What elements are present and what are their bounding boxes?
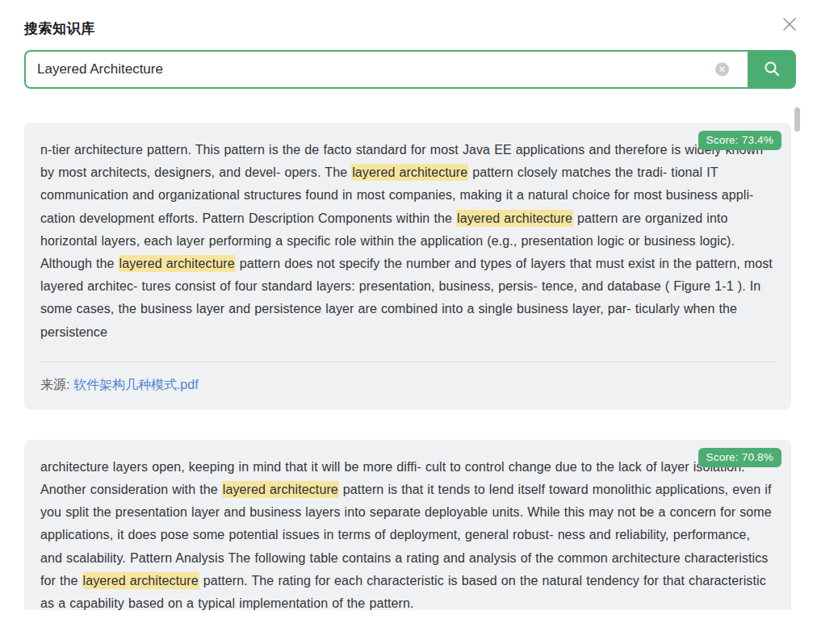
source-link[interactable]: 软件架构几种模式.pdf: [73, 378, 199, 391]
highlighted-term: layered architecture: [222, 481, 339, 498]
results-list: Score: 73.4%n-tier architecture pattern.…: [24, 123, 791, 610]
highlighted-term: layered architecture: [82, 572, 199, 589]
search-bar: ✕: [24, 50, 796, 89]
score-badge: Score: 70.8%: [698, 448, 781, 467]
card-divider: [40, 362, 775, 362]
close-button[interactable]: [778, 13, 801, 36]
scrollbar-thumb[interactable]: [794, 107, 800, 132]
search-icon: [762, 59, 781, 81]
clear-input-icon[interactable]: ✕: [715, 63, 729, 77]
highlighted-term: layered architecture: [351, 164, 468, 181]
score-badge: Score: 73.4%: [698, 131, 781, 150]
search-input-wrapper: ✕: [24, 50, 748, 89]
result-card: Score: 70.8%architecture layers open, ke…: [24, 440, 791, 610]
result-text: architecture layers open, keeping in min…: [40, 456, 775, 610]
modal-title: 搜索知识库: [24, 19, 793, 38]
search-knowledge-modal: 搜索知识库 ✕ Score: 73.4%n-tier architect: [0, 0, 817, 644]
search-input[interactable]: [26, 52, 748, 87]
result-text: n-tier architecture pattern. This patter…: [40, 139, 775, 344]
source-row: 来源: 软件架构几种模式.pdf: [40, 377, 775, 394]
modal-header: 搜索知识库: [0, 0, 817, 47]
highlighted-term: layered architecture: [119, 255, 236, 272]
highlighted-term: layered architecture: [456, 210, 573, 227]
search-button[interactable]: [748, 50, 796, 89]
close-icon: [778, 15, 801, 33]
result-card: Score: 73.4%n-tier architecture pattern.…: [24, 123, 791, 410]
source-label: 来源:: [40, 378, 73, 391]
